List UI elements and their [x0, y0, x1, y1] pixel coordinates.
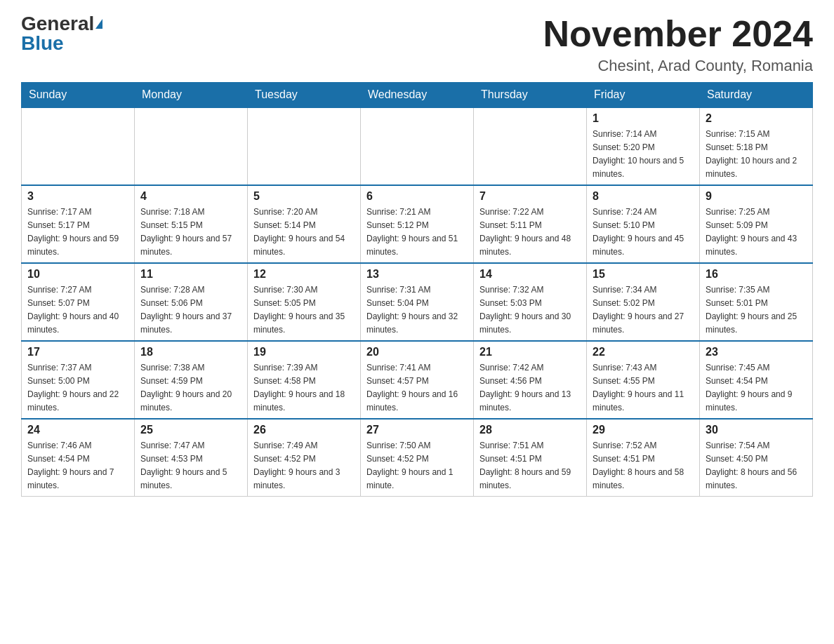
- day-number: 16: [706, 268, 807, 281]
- calendar-cell: 23Sunrise: 7:45 AM Sunset: 4:54 PM Dayli…: [700, 341, 813, 419]
- month-title: November 2024: [543, 14, 813, 54]
- day-number: 14: [479, 268, 581, 281]
- day-info: Sunrise: 7:46 AM Sunset: 4:54 PM Dayligh…: [27, 441, 114, 490]
- calendar-cell: 2Sunrise: 7:15 AM Sunset: 5:18 PM Daylig…: [700, 107, 813, 185]
- day-number: 12: [253, 268, 355, 281]
- calendar-cell: 9Sunrise: 7:25 AM Sunset: 5:09 PM Daylig…: [700, 185, 813, 263]
- week-row-3: 10Sunrise: 7:27 AM Sunset: 5:07 PM Dayli…: [22, 263, 813, 341]
- day-number: 30: [706, 424, 807, 436]
- day-number: 5: [253, 190, 355, 203]
- day-info: Sunrise: 7:43 AM Sunset: 4:55 PM Dayligh…: [593, 363, 684, 412]
- day-info: Sunrise: 7:42 AM Sunset: 4:56 PM Dayligh…: [479, 363, 571, 412]
- day-info: Sunrise: 7:49 AM Sunset: 4:52 PM Dayligh…: [253, 441, 340, 490]
- calendar-cell: 18Sunrise: 7:38 AM Sunset: 4:59 PM Dayli…: [135, 341, 248, 419]
- day-number: 18: [140, 346, 241, 358]
- day-number: 26: [253, 424, 355, 436]
- day-info: Sunrise: 7:51 AM Sunset: 4:51 PM Dayligh…: [479, 441, 571, 490]
- day-header-tuesday: Tuesday: [248, 83, 361, 108]
- day-info: Sunrise: 7:39 AM Sunset: 4:58 PM Dayligh…: [253, 363, 345, 412]
- day-number: 4: [140, 190, 241, 203]
- logo: General Blue: [21, 14, 102, 53]
- day-number: 3: [27, 190, 128, 203]
- day-info: Sunrise: 7:47 AM Sunset: 4:53 PM Dayligh…: [140, 441, 227, 490]
- header-row: SundayMondayTuesdayWednesdayThursdayFrid…: [22, 83, 813, 108]
- day-number: 25: [140, 424, 241, 436]
- day-number: 15: [593, 268, 694, 281]
- day-number: 8: [593, 190, 694, 203]
- calendar-cell: 17Sunrise: 7:37 AM Sunset: 5:00 PM Dayli…: [22, 341, 135, 419]
- day-number: 22: [593, 346, 694, 358]
- week-row-4: 17Sunrise: 7:37 AM Sunset: 5:00 PM Dayli…: [22, 341, 813, 419]
- calendar-cell: 3Sunrise: 7:17 AM Sunset: 5:17 PM Daylig…: [22, 185, 135, 263]
- day-number: 20: [366, 346, 468, 358]
- day-number: 9: [706, 190, 807, 203]
- day-number: 17: [27, 346, 128, 358]
- calendar-cell: 6Sunrise: 7:21 AM Sunset: 5:12 PM Daylig…: [361, 185, 474, 263]
- day-number: 13: [366, 268, 468, 281]
- day-info: Sunrise: 7:50 AM Sunset: 4:52 PM Dayligh…: [366, 441, 453, 490]
- calendar-cell: 7Sunrise: 7:22 AM Sunset: 5:11 PM Daylig…: [474, 185, 587, 263]
- calendar-cell: 24Sunrise: 7:46 AM Sunset: 4:54 PM Dayli…: [22, 419, 135, 497]
- day-number: 28: [479, 424, 581, 436]
- week-row-5: 24Sunrise: 7:46 AM Sunset: 4:54 PM Dayli…: [22, 419, 813, 497]
- calendar-cell: 25Sunrise: 7:47 AM Sunset: 4:53 PM Dayli…: [135, 419, 248, 497]
- calendar-cell: 30Sunrise: 7:54 AM Sunset: 4:50 PM Dayli…: [700, 419, 813, 497]
- day-number: 2: [706, 112, 807, 125]
- day-info: Sunrise: 7:54 AM Sunset: 4:50 PM Dayligh…: [706, 441, 797, 490]
- day-info: Sunrise: 7:28 AM Sunset: 5:06 PM Dayligh…: [140, 285, 232, 335]
- calendar-cell: 27Sunrise: 7:50 AM Sunset: 4:52 PM Dayli…: [361, 419, 474, 497]
- day-info: Sunrise: 7:14 AM Sunset: 5:20 PM Dayligh…: [593, 129, 684, 179]
- calendar-cell: 11Sunrise: 7:28 AM Sunset: 5:06 PM Dayli…: [135, 263, 248, 341]
- week-row-2: 3Sunrise: 7:17 AM Sunset: 5:17 PM Daylig…: [22, 185, 813, 263]
- day-number: 19: [253, 346, 355, 358]
- week-row-1: 1Sunrise: 7:14 AM Sunset: 5:20 PM Daylig…: [22, 107, 813, 185]
- calendar-cell: [22, 107, 135, 185]
- logo-general-text: General: [21, 14, 94, 34]
- calendar-cell: [135, 107, 248, 185]
- day-number: 7: [479, 190, 581, 203]
- day-header-saturday: Saturday: [700, 83, 813, 108]
- day-number: 1: [593, 112, 694, 125]
- day-header-thursday: Thursday: [474, 83, 587, 108]
- calendar-cell: [474, 107, 587, 185]
- calendar-cell: [361, 107, 474, 185]
- calendar-cell: 13Sunrise: 7:31 AM Sunset: 5:04 PM Dayli…: [361, 263, 474, 341]
- day-info: Sunrise: 7:52 AM Sunset: 4:51 PM Dayligh…: [593, 441, 684, 490]
- day-info: Sunrise: 7:17 AM Sunset: 5:17 PM Dayligh…: [27, 207, 119, 257]
- day-info: Sunrise: 7:27 AM Sunset: 5:07 PM Dayligh…: [27, 285, 119, 335]
- logo-blue-text: Blue: [21, 34, 64, 53]
- day-info: Sunrise: 7:30 AM Sunset: 5:05 PM Dayligh…: [253, 285, 345, 335]
- day-number: 11: [140, 268, 241, 281]
- calendar-cell: 15Sunrise: 7:34 AM Sunset: 5:02 PM Dayli…: [587, 263, 700, 341]
- day-info: Sunrise: 7:24 AM Sunset: 5:10 PM Dayligh…: [593, 207, 684, 257]
- day-info: Sunrise: 7:38 AM Sunset: 4:59 PM Dayligh…: [140, 363, 232, 412]
- day-info: Sunrise: 7:25 AM Sunset: 5:09 PM Dayligh…: [706, 207, 797, 257]
- day-info: Sunrise: 7:15 AM Sunset: 5:18 PM Dayligh…: [706, 129, 797, 179]
- day-number: 21: [479, 346, 581, 358]
- day-number: 10: [27, 268, 128, 281]
- calendar-cell: 28Sunrise: 7:51 AM Sunset: 4:51 PM Dayli…: [474, 419, 587, 497]
- day-info: Sunrise: 7:41 AM Sunset: 4:57 PM Dayligh…: [366, 363, 458, 412]
- day-info: Sunrise: 7:37 AM Sunset: 5:00 PM Dayligh…: [27, 363, 119, 412]
- page-header: General Blue November 2024 Chesint, Arad…: [21, 14, 813, 75]
- calendar-table: SundayMondayTuesdayWednesdayThursdayFrid…: [21, 82, 813, 497]
- day-header-monday: Monday: [135, 83, 248, 108]
- calendar-cell: 16Sunrise: 7:35 AM Sunset: 5:01 PM Dayli…: [700, 263, 813, 341]
- day-info: Sunrise: 7:34 AM Sunset: 5:02 PM Dayligh…: [593, 285, 684, 335]
- calendar-cell: [248, 107, 361, 185]
- calendar-cell: 21Sunrise: 7:42 AM Sunset: 4:56 PM Dayli…: [474, 341, 587, 419]
- location-text: Chesint, Arad County, Romania: [543, 57, 813, 75]
- day-info: Sunrise: 7:45 AM Sunset: 4:54 PM Dayligh…: [706, 363, 792, 412]
- calendar-cell: 10Sunrise: 7:27 AM Sunset: 5:07 PM Dayli…: [22, 263, 135, 341]
- day-info: Sunrise: 7:18 AM Sunset: 5:15 PM Dayligh…: [140, 207, 232, 257]
- title-block: November 2024 Chesint, Arad County, Roma…: [543, 14, 813, 75]
- day-info: Sunrise: 7:32 AM Sunset: 5:03 PM Dayligh…: [479, 285, 571, 335]
- day-number: 29: [593, 424, 694, 436]
- day-info: Sunrise: 7:21 AM Sunset: 5:12 PM Dayligh…: [366, 207, 458, 257]
- calendar-cell: 12Sunrise: 7:30 AM Sunset: 5:05 PM Dayli…: [248, 263, 361, 341]
- calendar-cell: 8Sunrise: 7:24 AM Sunset: 5:10 PM Daylig…: [587, 185, 700, 263]
- calendar-cell: 5Sunrise: 7:20 AM Sunset: 5:14 PM Daylig…: [248, 185, 361, 263]
- day-header-wednesday: Wednesday: [361, 83, 474, 108]
- day-info: Sunrise: 7:35 AM Sunset: 5:01 PM Dayligh…: [706, 285, 797, 335]
- logo-triangle-icon: [95, 19, 102, 29]
